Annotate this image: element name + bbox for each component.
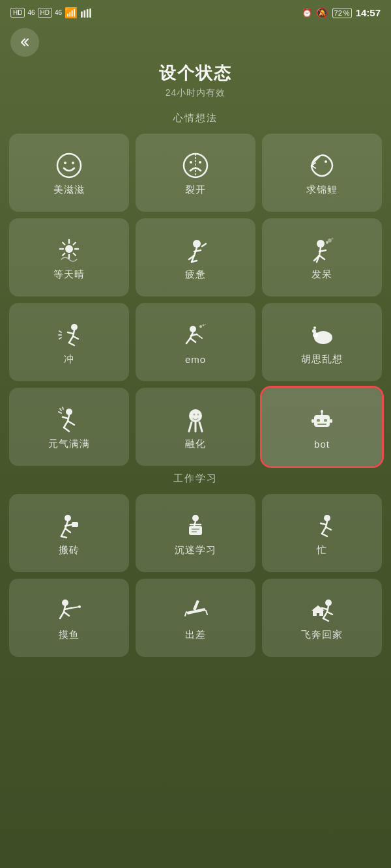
svg-rect-44 xyxy=(317,424,326,425)
status-right: ⏰ 🔕 72 % 14:57 xyxy=(302,7,381,19)
battery: 72 % xyxy=(332,8,352,18)
mood-item-feibenhujia[interactable]: 飞奔回家 xyxy=(262,579,382,657)
svg-rect-2 xyxy=(87,8,89,17)
svg-rect-3 xyxy=(89,8,91,18)
mood-item-mang[interactable]: 忙 xyxy=(262,494,382,572)
mood-label-husixiangxiang: 胡思乱想 xyxy=(301,353,343,366)
mood-item-piyi[interactable]: 疲惫 xyxy=(136,218,255,297)
mood-item-husixiangxiang[interactable]: 胡思乱想 xyxy=(262,303,382,381)
svg-rect-1 xyxy=(84,10,86,17)
mood-item-moyu[interactable]: 摸鱼 xyxy=(9,579,129,657)
svg-point-34 xyxy=(313,326,316,329)
mood-label-meizizi: 美滋滋 xyxy=(53,184,85,196)
svg-line-18 xyxy=(74,242,76,245)
svg-point-32 xyxy=(313,332,318,338)
svg-point-11 xyxy=(325,160,327,163)
svg-rect-43 xyxy=(324,419,327,422)
think-icon xyxy=(309,322,335,348)
mood-item-chuchai[interactable]: 出差 xyxy=(136,579,255,657)
svg-point-55 xyxy=(78,605,81,608)
svg-point-49 xyxy=(192,515,199,521)
emo-icon xyxy=(182,323,209,349)
mood-label-liekai: 裂开 xyxy=(185,184,206,196)
split-icon xyxy=(182,152,209,179)
mood-label-yuanqimanman: 元气满满 xyxy=(48,438,90,450)
page-title: 设个状态 xyxy=(0,62,391,85)
mood-label-mang: 忙 xyxy=(317,544,327,557)
svg-point-25 xyxy=(332,237,334,239)
svg-point-37 xyxy=(194,413,195,415)
mood-item-ronghua[interactable]: 融化 xyxy=(136,388,255,466)
mood-label-dengtianjin: 等天晴 xyxy=(53,268,85,281)
bot-icon xyxy=(309,407,335,433)
daydream-icon xyxy=(309,237,335,263)
mood-grid: 美滋滋 裂开 求锦鲤 等天晴 疲惫 xyxy=(0,134,391,466)
svg-point-47 xyxy=(65,515,71,521)
mood-item-emo[interactable]: emo xyxy=(136,303,255,381)
mood-label-bot: bot xyxy=(314,439,330,450)
smile-icon xyxy=(56,152,82,179)
svg-point-27 xyxy=(190,326,196,332)
svg-rect-50 xyxy=(189,526,202,535)
mood-item-liekai[interactable]: 裂开 xyxy=(136,134,255,212)
study-icon xyxy=(182,513,209,539)
svg-rect-42 xyxy=(317,419,320,422)
work-grid: 搬砖 沉迷学习 忙 摸鱼 出差 xyxy=(0,494,391,657)
page-subtitle: 24小时内有效 xyxy=(0,87,391,99)
svg-rect-45 xyxy=(311,419,314,423)
mood-label-piyi: 疲惫 xyxy=(185,268,206,281)
svg-point-30 xyxy=(205,324,206,325)
work-section: 工作学习 搬砖 沉迷学习 忙 摸鱼 xyxy=(0,472,391,657)
mood-item-banzhuang[interactable]: 搬砖 xyxy=(9,494,129,572)
svg-line-17 xyxy=(63,242,65,245)
svg-point-5 xyxy=(64,162,66,164)
rush-icon xyxy=(56,322,82,348)
svg-point-35 xyxy=(66,409,72,415)
fishing-icon xyxy=(56,598,82,624)
sun-icon xyxy=(56,237,82,263)
work-icon xyxy=(56,513,82,539)
mood-item-yuanqimanman[interactable]: 元气满满 xyxy=(9,388,129,466)
work-section-title: 工作学习 xyxy=(0,472,391,485)
busy-icon xyxy=(309,513,335,539)
mood-item-meizizi[interactable]: 美滋滋 xyxy=(9,134,129,212)
svg-point-56 xyxy=(325,600,332,606)
svg-point-22 xyxy=(317,240,325,248)
svg-point-9 xyxy=(199,161,201,164)
svg-point-36 xyxy=(189,409,202,422)
back-button[interactable] xyxy=(10,28,39,57)
time: 14:57 xyxy=(356,7,381,18)
mood-item-dengtianjin[interactable]: 等天晴 xyxy=(9,218,129,297)
gohome-icon xyxy=(309,598,335,624)
svg-line-19 xyxy=(63,253,65,255)
svg-point-29 xyxy=(203,324,205,326)
svg-point-33 xyxy=(312,329,316,333)
mute-icon: 🔕 xyxy=(316,7,328,19)
alarm-icon: ⏰ xyxy=(302,8,312,18)
mood-label-chong: 冲 xyxy=(64,353,74,366)
svg-point-28 xyxy=(199,325,202,328)
svg-point-53 xyxy=(324,515,330,521)
mood-label-fachun: 发呆 xyxy=(311,268,332,281)
svg-point-12 xyxy=(65,245,73,253)
svg-point-38 xyxy=(197,413,199,415)
mood-item-bot[interactable]: bot xyxy=(262,388,382,466)
mood-label-moyu: 摸鱼 xyxy=(59,629,80,641)
mood-item-chenmiXuexi[interactable]: 沉迷学习 xyxy=(136,494,255,572)
svg-rect-39 xyxy=(314,415,330,427)
melt-icon xyxy=(182,407,209,433)
svg-point-23 xyxy=(326,241,328,244)
status-bar: HD 46 HD 46 📶 ⏰ 🔕 72 % 14:57 xyxy=(0,0,391,23)
energy-icon xyxy=(56,407,82,433)
svg-line-20 xyxy=(74,253,76,255)
svg-point-21 xyxy=(193,240,201,248)
mood-item-qiujinli[interactable]: 求锦鲤 xyxy=(262,134,382,212)
page-header: 设个状态 24小时内有效 xyxy=(0,62,391,99)
svg-rect-0 xyxy=(81,11,83,18)
mood-item-chong[interactable]: 冲 xyxy=(9,303,129,381)
svg-point-24 xyxy=(328,239,332,242)
svg-rect-46 xyxy=(330,419,332,423)
svg-point-8 xyxy=(190,161,192,164)
mood-label-chenmiXuexi: 沉迷学习 xyxy=(175,544,216,557)
mood-item-fachun[interactable]: 发呆 xyxy=(262,218,382,297)
